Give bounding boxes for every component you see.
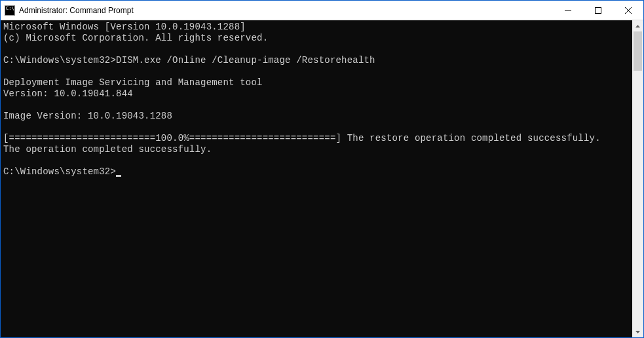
scrollbar-down-button[interactable] (632, 326, 643, 337)
chevron-up-icon (635, 25, 640, 28)
vertical-scrollbar[interactable] (632, 20, 643, 337)
image-version-line: Image Version: 10.0.19043.1288 (3, 111, 172, 121)
close-icon (625, 7, 632, 14)
text-cursor (116, 175, 121, 177)
window-title: Administrator: Command Prompt (19, 6, 553, 15)
command-line: C:\Windows\system32>DISM.exe /Online /Cl… (3, 55, 375, 66)
minimize-button[interactable] (553, 1, 583, 20)
window-controls (553, 1, 643, 20)
dism-tool-line: Deployment Image Servicing and Managemen… (3, 77, 263, 88)
chevron-down-icon (635, 331, 640, 333)
close-button[interactable] (613, 1, 643, 20)
minimize-icon (565, 7, 571, 14)
scrollbar-track[interactable] (632, 31, 643, 326)
maximize-button[interactable] (583, 1, 613, 20)
terminal-output[interactable]: Microsoft Windows [Version 10.0.19043.12… (1, 20, 632, 337)
maximize-icon (595, 7, 601, 14)
scrollbar-thumb[interactable] (634, 31, 642, 71)
prompt-line: C:\Windows\system32> (3, 166, 116, 177)
svg-rect-1 (596, 8, 601, 14)
scrollbar-up-button[interactable] (632, 20, 643, 31)
command-prompt-icon (5, 5, 15, 16)
copyright-line: (c) Microsoft Corporation. All rights re… (3, 33, 268, 43)
svg-rect-0 (565, 10, 571, 11)
completion-line: The operation completed successfully. (3, 144, 212, 155)
titlebar[interactable]: Administrator: Command Prompt (1, 1, 643, 20)
version-line: Microsoft Windows [Version 10.0.19043.12… (3, 22, 246, 32)
dism-version-line: Version: 10.0.19041.844 (3, 88, 133, 99)
terminal-area: Microsoft Windows [Version 10.0.19043.12… (1, 20, 643, 337)
command-prompt-window: Administrator: Command Prompt Microsoft … (0, 0, 644, 338)
progress-line: [==========================100.0%=======… (3, 133, 601, 143)
